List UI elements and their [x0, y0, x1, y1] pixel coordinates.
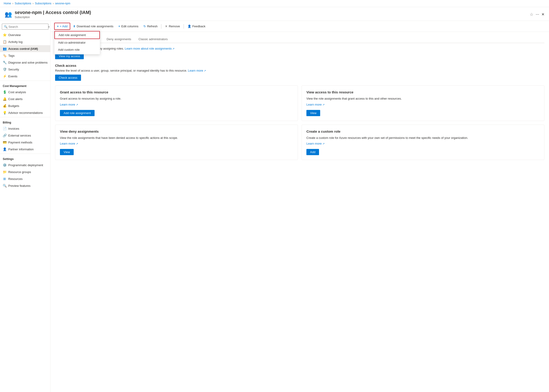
tab-deny-assignments[interactable]: Deny assignments [103, 35, 135, 43]
dropdown-item-add-co-admin[interactable]: Add co-administrator [54, 39, 100, 46]
security-icon: 🛡️ [3, 68, 7, 71]
sidebar-item-cost-analysis[interactable]: 💲 Cost analysis [0, 89, 50, 96]
download-label: Download role assignments [77, 25, 113, 28]
sidebar-item-activity-log[interactable]: 📋 Activity log [0, 38, 50, 45]
card-custom-learn-more[interactable]: Learn more [306, 142, 325, 145]
sidebar-item-events[interactable]: ⚡ Events [0, 73, 50, 80]
refresh-button[interactable]: ↻ Refresh [141, 23, 160, 29]
sidebar-item-label: Security [8, 68, 19, 71]
sidebar-item-label: Access control (IAM) [8, 47, 38, 50]
sidebar-item-tags[interactable]: 🏷️ Tags [0, 52, 50, 59]
check-access-learn-more[interactable]: Learn more [188, 69, 206, 72]
card-view-learn-more[interactable]: Learn more [306, 103, 325, 106]
feedback-icon: 👤 [188, 25, 191, 28]
feedback-button[interactable]: 👤 Feedback [185, 23, 208, 29]
view-my-access-section: View my access [55, 53, 544, 59]
sidebar-item-external-services[interactable]: 🔗 External services [0, 132, 50, 139]
cards-grid: Grant access to this resource Grant acce… [55, 85, 544, 160]
ellipsis-button[interactable]: ··· [536, 12, 539, 17]
sidebar-item-preview-features[interactable]: 🔍 Preview features [0, 182, 50, 189]
sidebar-item-security[interactable]: 🛡️ Security [0, 66, 50, 73]
sidebar-item-resource-groups[interactable]: 📁 Resource groups [0, 168, 50, 175]
sidebar-item-label: Diagnose and solve problems [8, 61, 48, 64]
sidebar-item-label: Programmatic deployment [8, 163, 43, 167]
sidebar-item-label: Partner information [8, 147, 34, 151]
diagnose-icon: 🔧 [3, 61, 7, 64]
card-grant-desc: Grant access to resources by assigning a… [60, 96, 293, 101]
sidebar-item-access-control[interactable]: 👥 Access control (IAM) [0, 45, 50, 52]
sidebar-item-label: Advisor recommendations [8, 111, 43, 114]
sidebar-item-label: Invoices [8, 127, 19, 130]
add-dropdown-menu: Add role assignment Add co-administrator… [54, 30, 100, 54]
card-grant-access: Grant access to this resource Grant acce… [55, 85, 298, 121]
sidebar-item-label: Overview [8, 33, 21, 37]
divider-cost [0, 81, 50, 81]
breadcrumb: Home › Subscriptions › Subscriptions › s… [0, 0, 549, 7]
header-icon: 👥 [5, 11, 12, 18]
sidebar-item-budgets[interactable]: 💰 Budgets [0, 102, 50, 109]
search-container: 🔍 « [2, 24, 49, 30]
remove-label: Remove [169, 25, 180, 28]
sidebar-item-label: Tags [8, 54, 14, 57]
edit-columns-label: Edit columns [121, 25, 139, 28]
search-input[interactable] [8, 25, 47, 28]
favorite-icon[interactable]: ☆ [530, 12, 533, 17]
sidebar-item-label: Preview features [8, 184, 30, 188]
edit-columns-button[interactable]: ≡ Edit columns [116, 23, 141, 29]
sidebar-item-label: Events [8, 75, 17, 78]
card-view-desc: View the role assignments that grant acc… [306, 96, 540, 101]
invoices-icon: 📄 [3, 127, 7, 130]
remove-button[interactable]: ✕ Remove [163, 23, 182, 29]
check-access-description: Review the level of access a user, group… [55, 69, 544, 72]
tab-classic-admins[interactable]: Classic administrators [135, 35, 171, 43]
sidebar-item-payment-methods[interactable]: 💳 Payment methods [0, 139, 50, 146]
sidebar-item-diagnose[interactable]: 🔧 Diagnose and solve problems [0, 59, 50, 66]
breadcrumb-home[interactable]: Home [4, 2, 11, 5]
divider-settings [0, 154, 50, 154]
add-button[interactable]: + + Add [54, 23, 70, 30]
payment-icon: 💳 [3, 140, 7, 144]
sidebar-item-programmatic[interactable]: ⚙️ Programmatic deployment [0, 161, 50, 168]
card-custom-title: Create a custom role [306, 129, 540, 133]
card-custom-desc: Create a custom role for Azure resources… [306, 136, 540, 140]
external-services-icon: 🔗 [3, 133, 7, 137]
remove-icon: ✕ [165, 25, 167, 28]
card-custom-button[interactable]: Add [306, 149, 319, 155]
collapse-icon[interactable]: « [48, 25, 50, 28]
card-deny-title: View deny assignments [60, 129, 293, 133]
sidebar-item-overview[interactable]: ⭐ Overview [0, 31, 50, 38]
card-deny-desc: View the role assignments that have been… [60, 136, 293, 140]
dropdown-item-add-role[interactable]: Add role assignment [54, 31, 100, 39]
sidebar-item-label: Resources [8, 177, 22, 181]
breadcrumb-subscriptions[interactable]: Subscriptions [15, 2, 31, 5]
sidebar-item-resources[interactable]: ⊞ Resources [0, 175, 50, 182]
card-view-title: View access to this resource [306, 90, 540, 94]
sidebar-item-label: Activity log [8, 40, 22, 44]
card-grant-learn-more[interactable]: Learn more [60, 103, 78, 106]
advisor-icon: 💡 [3, 111, 7, 114]
sidebar-item-label: Payment methods [8, 141, 32, 144]
card-deny-learn-more[interactable]: Learn more [60, 142, 78, 145]
breadcrumb-subscriptions2[interactable]: Subscriptions [35, 2, 51, 5]
sidebar-item-advisor[interactable]: 💡 Advisor recommendations [0, 109, 50, 116]
add-icon: + [57, 25, 59, 28]
page-subtitle: Subscription [15, 16, 91, 19]
card-deny-button[interactable]: View [60, 149, 74, 155]
close-button[interactable]: ✕ [542, 12, 544, 16]
partner-icon: 👤 [3, 147, 7, 151]
sidebar-item-invoices[interactable]: 📄 Invoices [0, 125, 50, 132]
cost-alerts-icon: 🔔 [3, 97, 7, 101]
download-role-assignments-button[interactable]: ⬇ Download role assignments [71, 23, 116, 29]
edit-columns-icon: ≡ [118, 25, 120, 28]
sidebar-item-partner-info[interactable]: 👤 Partner information [0, 146, 50, 153]
cost-analysis-icon: 💲 [3, 90, 7, 94]
toolbar-sep2 [184, 24, 184, 29]
dropdown-item-add-custom-role[interactable]: Add custom role [54, 46, 100, 53]
card-grant-button[interactable]: Add role assignment [60, 110, 95, 116]
role-assignments-link[interactable]: Learn more about role assignments [125, 47, 174, 50]
card-view-button[interactable]: View [306, 110, 320, 116]
sidebar-item-cost-alerts[interactable]: 🔔 Cost alerts [0, 96, 50, 102]
divider-billing [0, 117, 50, 117]
feedback-label: Feedback [192, 25, 205, 28]
check-access-button[interactable]: Check access [55, 75, 81, 81]
